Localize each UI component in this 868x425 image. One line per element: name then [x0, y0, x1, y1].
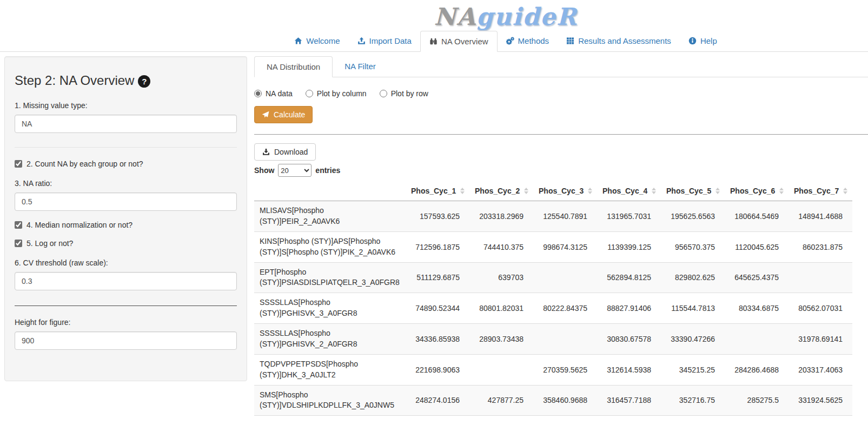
peptide-name-cell: KINS[Phospho (STY)]APS[Phospho (STY)]S[P…	[254, 231, 406, 262]
value-cell: 30830.67578	[597, 324, 661, 355]
na-ratio-input[interactable]	[15, 192, 237, 211]
value-cell: 195625.6563	[661, 201, 725, 232]
value-cell	[789, 262, 852, 293]
entries-select[interactable]: 20	[278, 164, 312, 177]
plot-choice-radios: NA data Plot by column Plot by row	[254, 89, 868, 98]
nav-item-help[interactable]: Help	[680, 31, 726, 51]
nav-label: Help	[700, 36, 717, 45]
sidebar-title-text: Step 2: NA Overview	[15, 73, 134, 88]
column-header-phos-cyc-4[interactable]: Phos_Cyc_4	[597, 181, 661, 201]
sort-icons	[779, 188, 784, 194]
radio-na-data-input[interactable]	[254, 90, 262, 97]
nav-item-na-overview[interactable]: NA Overview	[420, 31, 498, 51]
value-cell: 248274.0156	[406, 385, 469, 416]
radio-plot-by-column-input[interactable]	[306, 90, 313, 97]
tab-na-distribution[interactable]: NA Distribution	[254, 56, 333, 77]
value-cell: 80222.84375	[533, 293, 597, 324]
gears-icon	[506, 37, 514, 45]
entries-label: entries	[315, 166, 340, 175]
sidebar-panel: Step 2: NA Overview? 1. Missing value ty…	[4, 56, 247, 381]
nav-item-welcome[interactable]: Welcome	[286, 31, 348, 51]
value-cell: 427877.25	[469, 385, 533, 416]
value-cell: 74890.52344	[406, 293, 469, 324]
radio-na-data[interactable]: NA data	[254, 89, 293, 98]
figure-height-input[interactable]	[15, 331, 237, 350]
radio-plot-by-row-input[interactable]	[380, 90, 387, 97]
count-na-label: 2. Count NA by each group or not?	[26, 160, 143, 168]
value-cell	[533, 324, 597, 355]
tab-na-filter[interactable]: NA Filter	[333, 56, 388, 77]
value-cell: 221698.9063	[406, 354, 469, 385]
nav-item-import-data[interactable]: Import Data	[349, 31, 420, 51]
value-cell: 358460.9688	[533, 385, 597, 416]
value-cell	[533, 262, 597, 293]
info-circle-icon	[688, 37, 697, 45]
value-cell: 352716.75	[661, 385, 725, 416]
table-header-row: Phos_Cyc_1 Phos_Cyc_2 Phos_Cyc_3 Phos_Cy…	[254, 181, 852, 201]
table-row: KINS[Phospho (STY)]APS[Phospho (STY)]S[P…	[254, 231, 852, 262]
column-header-rowname	[254, 181, 406, 201]
value-cell	[725, 324, 789, 355]
subtab-bar: NA Distribution NA Filter	[254, 56, 868, 77]
radio-plot-by-row[interactable]: Plot by row	[380, 89, 428, 98]
value-cell	[469, 354, 533, 385]
peptide-name-cell: SMS[Phospho (STY)]VDLSHIPLKDPLLFK_3_A0JN…	[254, 385, 406, 416]
sort-icons	[524, 188, 528, 194]
value-cell: 157593.625	[406, 201, 469, 232]
column-header-phos-cyc-7[interactable]: Phos_Cyc_7	[789, 181, 852, 201]
value-cell: 345215.25	[661, 354, 725, 385]
value-cell: 829802.625	[661, 262, 725, 293]
value-cell: 645625.4375	[725, 262, 789, 293]
sort-icons	[460, 188, 465, 194]
median-normalization-checkbox-row[interactable]: 4. Median normalization or not?	[15, 221, 237, 229]
na-ratio-label: 3. NA ratio:	[15, 179, 237, 188]
peptide-name-cell: MLISAVS[Phospho (STY)]PEIR_2_A0AVK6	[254, 201, 406, 232]
paper-plane-icon	[262, 111, 269, 118]
count-na-checkbox-row[interactable]: 2. Count NA by each group or not?	[15, 160, 237, 168]
cv-threshold-input[interactable]	[15, 272, 237, 290]
radio-label: Plot by row	[391, 89, 428, 98]
table-row: SSSSLLAS[Phospho (STY)]PGHISVK_3_A0FGR8 …	[254, 293, 852, 324]
radio-plot-by-column[interactable]: Plot by column	[306, 89, 367, 98]
table-row: MLISAVS[Phospho (STY)]PEIR_2_A0AVK6 1575…	[254, 201, 852, 232]
column-header-phos-cyc-1[interactable]: Phos_Cyc_1	[406, 181, 469, 201]
log-checkbox[interactable]	[15, 240, 22, 247]
figure-height-label: Height for figure:	[15, 318, 237, 327]
value-cell: 80334.6875	[725, 293, 789, 324]
column-header-phos-cyc-2[interactable]: Phos_Cyc_2	[469, 181, 533, 201]
calculate-button[interactable]: Calculate	[254, 106, 313, 123]
value-cell: 270359.5625	[533, 354, 597, 385]
median-normalization-label: 4. Median normalization or not?	[26, 221, 132, 229]
missing-value-type-label: 1. Missing value type:	[15, 101, 237, 110]
binoculars-icon	[429, 37, 438, 45]
download-icon	[262, 148, 270, 156]
column-header-phos-cyc-6[interactable]: Phos_Cyc_6	[725, 181, 789, 201]
column-header-phos-cyc-3[interactable]: Phos_Cyc_3	[533, 181, 597, 201]
nav-item-results[interactable]: Results and Assessments	[558, 31, 680, 51]
nav-item-methods[interactable]: Methods	[498, 31, 558, 51]
question-circle-icon[interactable]: ?	[138, 75, 150, 88]
upload-icon	[357, 37, 366, 45]
value-cell: 148941.4688	[789, 201, 852, 232]
log-label: 5. Log or not?	[26, 239, 73, 248]
value-cell: 180664.5469	[725, 201, 789, 232]
missing-value-type-input[interactable]	[15, 115, 237, 133]
count-na-checkbox[interactable]	[15, 160, 22, 168]
table-row: SMS[Phospho (STY)]VDLSHIPLKDPLLFK_3_A0JN…	[254, 385, 852, 416]
peptide-name-cell: SSSSLLAS[Phospho (STY)]PGHISVK_2_A0FGR8	[254, 324, 406, 355]
table-length-control: Show 20 entries	[254, 164, 868, 177]
download-button[interactable]: Download	[254, 143, 316, 161]
median-normalization-checkbox[interactable]	[15, 221, 22, 229]
logo-na-part: NA	[434, 3, 476, 30]
value-cell: 511129.6875	[406, 262, 469, 293]
nav-label: Import Data	[369, 36, 412, 45]
column-header-phos-cyc-5[interactable]: Phos_Cyc_5	[661, 181, 725, 201]
value-cell: 125540.7891	[533, 201, 597, 232]
value-cell: 639703	[469, 262, 533, 293]
table-row: TQDPVPPETPSDS[Phospho (STY)]DHK_3_A0JLT2…	[254, 354, 852, 385]
sort-icons	[843, 188, 847, 194]
value-cell: 316457.7188	[597, 385, 661, 416]
log-checkbox-row[interactable]: 5. Log or not?	[15, 239, 237, 248]
value-cell: 712596.1875	[406, 231, 469, 262]
value-cell: 284286.4688	[725, 354, 789, 385]
